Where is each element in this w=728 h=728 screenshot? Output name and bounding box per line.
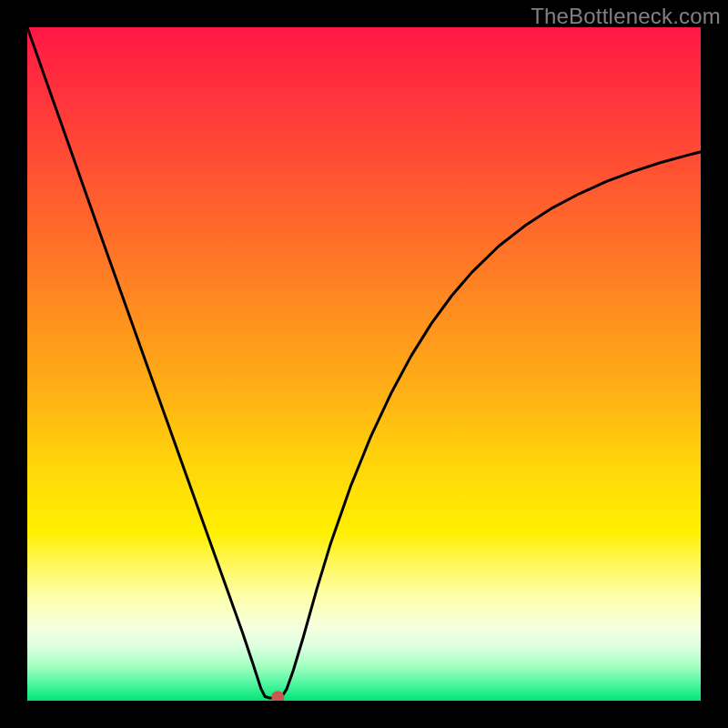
chart-svg bbox=[27, 27, 701, 701]
plot-area bbox=[27, 27, 701, 701]
gradient-background bbox=[27, 27, 701, 701]
chart-frame: TheBottleneck.com bbox=[0, 0, 728, 728]
watermark-text: TheBottleneck.com bbox=[531, 4, 721, 29]
